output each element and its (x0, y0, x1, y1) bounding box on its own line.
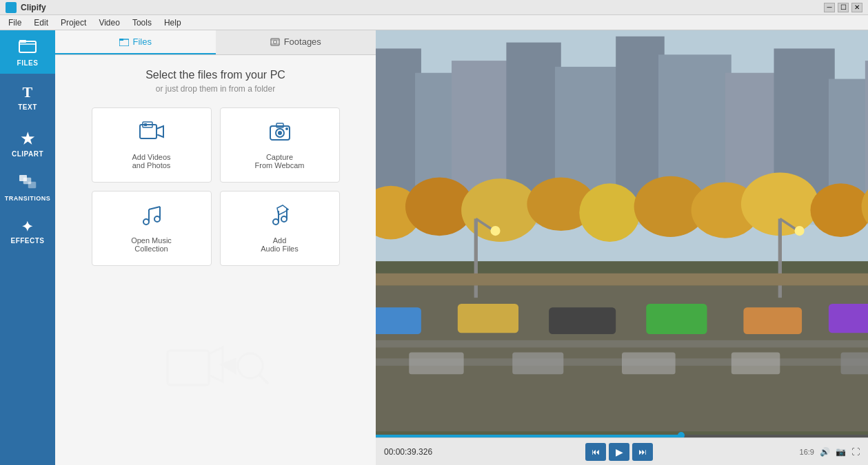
menu-tools[interactable]: Tools (127, 17, 157, 29)
play-button[interactable]: ▶ (609, 443, 629, 461)
svg-rect-72 (743, 307, 802, 334)
svg-rect-87 (376, 273, 868, 286)
svg-point-25 (273, 219, 279, 225)
city-preview (376, 30, 868, 437)
sidebar-files-label: FILES (17, 59, 39, 67)
add-audio-button[interactable]: Add Audio Files (220, 191, 340, 266)
tab-footages-label: Footages (284, 37, 321, 47)
tab-footages[interactable]: Footages (216, 30, 376, 54)
add-audio-icon (268, 204, 292, 231)
svg-point-8 (273, 40, 276, 43)
next-button[interactable]: ⏭ (632, 443, 653, 461)
sidebar-item-transitions[interactable]: TRANSITIONS (0, 167, 55, 209)
menubar: File Edit Project Video Tools Help (0, 15, 868, 30)
text-icon: T (22, 83, 32, 101)
open-music-button[interactable]: Open Music Collection (92, 191, 212, 266)
svg-rect-71 (646, 304, 707, 334)
screenshot-icon[interactable]: 📷 (836, 447, 846, 457)
svg-rect-6 (119, 39, 123, 41)
svg-rect-79 (731, 353, 780, 375)
prev-button[interactable]: ⏮ (585, 443, 606, 461)
svg-rect-14 (144, 123, 147, 126)
titlebar-left: Clipify (6, 2, 46, 13)
svg-rect-29 (168, 351, 209, 385)
svg-line-24 (149, 207, 160, 209)
add-videos-label: Add Videos and Photos (132, 153, 170, 169)
svg-point-17 (278, 131, 282, 135)
time-display: 00:00:39.326 (384, 447, 439, 457)
svg-rect-78 (622, 353, 676, 375)
effects-icon: ✦ (21, 218, 34, 235)
menu-project[interactable]: Project (55, 17, 92, 29)
app-name: Clipify (21, 3, 46, 12)
svg-marker-12 (157, 126, 163, 137)
svg-point-56 (579, 183, 640, 242)
svg-line-33 (259, 375, 268, 383)
volume-icon[interactable]: 🔊 (820, 447, 830, 457)
restore-button[interactable]: ☐ (838, 3, 849, 12)
svg-rect-68 (376, 307, 421, 334)
open-music-icon (139, 204, 164, 231)
close-button[interactable]: ✕ (851, 3, 862, 12)
files-icon (18, 37, 37, 57)
clipart-icon: ★ (21, 130, 35, 148)
fullscreen-icon[interactable]: ⛶ (851, 447, 860, 457)
add-videos-button[interactable]: Add Videos and Photos (92, 107, 212, 183)
sidebar-item-files[interactable]: FILES (0, 30, 55, 74)
tab-files[interactable]: Files (55, 30, 216, 54)
open-music-label: Open Music Collection (131, 236, 172, 253)
tab-bar: Files Footages (55, 30, 376, 55)
svg-rect-0 (19, 41, 36, 52)
files-subtitle: or just drop them in from a folder (156, 84, 275, 94)
sidebar-text-label: TEXT (18, 103, 37, 111)
main-container: FILES T TEXT ★ CLIPART TRANSITIONS ✦ EFF… (0, 30, 868, 465)
svg-rect-1 (19, 40, 26, 43)
svg-point-86 (795, 226, 805, 236)
capture-webcam-label: Capture From Webcam (255, 153, 305, 169)
aspect-ratio: 16:9 (800, 448, 814, 456)
add-videos-icon (139, 121, 165, 147)
svg-rect-76 (409, 353, 463, 375)
sidebar-item-clipart[interactable]: ★ CLIPART (0, 121, 55, 167)
svg-rect-73 (829, 304, 868, 333)
svg-rect-69 (458, 304, 518, 333)
svg-point-21 (154, 216, 160, 222)
svg-rect-4 (28, 182, 36, 188)
capture-webcam-icon (268, 121, 292, 147)
sidebar-item-text[interactable]: T TEXT (0, 74, 55, 121)
menu-file[interactable]: File (3, 17, 27, 29)
files-content: Select the files from your PC or just dr… (55, 55, 376, 465)
sidebar-transitions-label: TRANSITIONS (5, 195, 51, 202)
files-title: Select the files from your PC (145, 69, 285, 81)
menu-help[interactable]: Help (159, 17, 187, 29)
transitions-icon (19, 174, 37, 193)
menu-video[interactable]: Video (93, 17, 125, 29)
menu-edit[interactable]: Edit (28, 17, 54, 29)
tab-files-label: Files (133, 37, 152, 47)
svg-rect-65 (376, 340, 868, 348)
capture-webcam-button[interactable]: Capture From Webcam (220, 107, 340, 183)
titlebar-controls: ─ ☐ ✕ (824, 3, 862, 12)
playback-bar: 00:00:39.326 ⏮ ▶ ⏭ 16:9 🔊 📷 ⛶ (376, 437, 868, 465)
svg-point-26 (281, 216, 287, 222)
titlebar: Clipify ─ ☐ ✕ (0, 0, 868, 15)
center-panel: Files Footages Select the files from you… (55, 30, 376, 465)
svg-point-83 (490, 226, 500, 236)
svg-point-20 (143, 219, 149, 225)
sidebar-item-effects[interactable]: ✦ EFFECTS (0, 209, 55, 254)
watermark-area (161, 277, 271, 451)
svg-rect-77 (512, 353, 563, 375)
svg-rect-49 (865, 61, 868, 213)
right-panel: 00:00:39.326 ⏮ ▶ ⏭ 16:9 🔊 📷 ⛶ (376, 30, 868, 465)
svg-point-19 (285, 127, 288, 130)
add-audio-label: Add Audio Files (261, 236, 298, 253)
sidebar-clipart-label: CLIPART (12, 150, 43, 158)
minimize-button[interactable]: ─ (824, 3, 835, 12)
app-logo (6, 2, 17, 13)
svg-point-54 (461, 178, 539, 242)
sidebar: FILES T TEXT ★ CLIPART TRANSITIONS ✦ EFF… (0, 30, 55, 465)
playback-right: 16:9 🔊 📷 ⛶ (800, 447, 860, 457)
svg-rect-80 (841, 353, 868, 375)
preview-area (376, 30, 868, 437)
file-buttons-grid: Add Videos and Photos (92, 107, 340, 266)
